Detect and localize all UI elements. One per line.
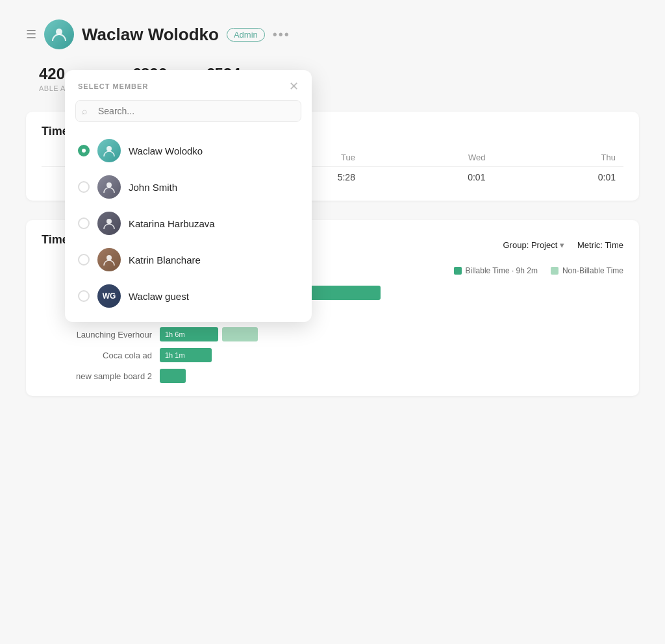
- member-item-katrin[interactable]: Katrin Blanchare: [65, 242, 312, 278]
- header-name: Waclaw Wolodko: [82, 25, 219, 45]
- member-name-waclaw: Waclaw Wolodko: [129, 145, 203, 156]
- member-name-katrin: Katrin Blanchare: [129, 254, 201, 266]
- svg-point-3: [107, 219, 112, 224]
- admin-badge: Admin: [227, 28, 265, 42]
- metric-label: Metric:: [577, 240, 603, 250]
- avatar: [44, 19, 74, 49]
- bar-sample-billable: [160, 369, 186, 383]
- legend-billable-label: Billable Time · 9h 2m: [466, 266, 538, 275]
- chart-label-coca: Coca cola ad: [48, 351, 152, 360]
- metric-value: Time: [605, 240, 623, 250]
- select-member-dropdown: SELECT MEMBER ✕ ⌕ Waclaw Wolodko: [65, 70, 312, 322]
- more-options-icon[interactable]: •••: [273, 27, 290, 42]
- member-item-john[interactable]: John Smith: [65, 169, 312, 205]
- chart-label-everhour: Launching Everhour: [48, 330, 152, 340]
- radio-katarina[interactable]: [78, 217, 90, 229]
- chart-bars-coca: 1h 1m: [160, 348, 623, 362]
- guest-initials: WG: [103, 291, 116, 301]
- avatar-john: [97, 175, 121, 199]
- cell-wed: 0:01: [363, 167, 494, 188]
- member-item-waclaw[interactable]: Waclaw Wolodko: [65, 132, 312, 169]
- search-box: ⌕: [75, 100, 301, 122]
- svg-point-4: [107, 255, 112, 260]
- bar-everhour-nonbillable: [222, 327, 258, 341]
- col-wed: Wed: [363, 149, 494, 167]
- avatar-waclaw: [97, 139, 121, 162]
- chart-bars-sample: [160, 369, 623, 383]
- group-filter[interactable]: Group: Project ▾: [503, 240, 564, 250]
- radio-john[interactable]: [78, 181, 90, 193]
- close-button[interactable]: ✕: [289, 80, 299, 92]
- avatar-katrin: [97, 248, 121, 271]
- chart-label-sample: new sample board 2: [48, 371, 152, 381]
- member-name-katarina: Katarina Harbuzava: [129, 218, 215, 229]
- legend-nonbillable-label: Non-Billable Time: [562, 266, 623, 275]
- radio-guest[interactable]: [78, 290, 90, 302]
- bar-wrap-everhour-billable: 1h 6m: [160, 327, 623, 341]
- chart-row-everhour: Launching Everhour 1h 6m: [48, 327, 623, 341]
- menu-icon[interactable]: ☰: [26, 27, 36, 42]
- member-name-guest: Waclaw guest: [129, 291, 189, 302]
- filter-controls: Group: Project ▾ Metric: Time: [503, 240, 624, 250]
- cell-thu: 0:01: [493, 167, 623, 188]
- col-thu: Thu: [493, 149, 623, 167]
- legend-billable-color: [454, 267, 462, 275]
- svg-point-2: [107, 182, 112, 188]
- member-list: Waclaw Wolodko John Smith Katarina Harbu…: [65, 130, 312, 322]
- chart-bars-everhour: 1h 6m: [160, 327, 623, 341]
- member-name-john: John Smith: [129, 182, 177, 193]
- svg-point-1: [107, 146, 112, 151]
- dropdown-title: SELECT MEMBER: [78, 82, 148, 90]
- search-icon: ⌕: [82, 106, 87, 116]
- search-input[interactable]: [75, 100, 301, 122]
- chart-row-coca: Coca cola ad 1h 1m: [48, 348, 623, 362]
- legend-nonbillable-color: [551, 267, 558, 275]
- dropdown-header: SELECT MEMBER ✕: [65, 70, 312, 100]
- metric-filter[interactable]: Metric: Time: [577, 240, 623, 250]
- bar-wrap-sample-billable: [160, 369, 623, 383]
- group-value: Project: [531, 240, 557, 250]
- chart-row-sample: new sample board 2: [48, 369, 623, 383]
- radio-waclaw[interactable]: [78, 145, 90, 156]
- header-area: ☰ Waclaw Wolodko Admin •••: [26, 19, 639, 49]
- member-item-guest[interactable]: WG Waclaw guest: [65, 278, 312, 314]
- bar-coca-billable: 1h 1m: [160, 348, 212, 362]
- avatar-guest: WG: [97, 284, 121, 308]
- radio-katrin[interactable]: [78, 254, 90, 266]
- bar-wrap-coca-billable: 1h 1m: [160, 348, 623, 362]
- legend-billable: Billable Time · 9h 2m: [454, 266, 538, 275]
- legend-nonbillable: Non-Billable Time: [551, 266, 623, 275]
- avatar-katarina: [97, 212, 121, 235]
- bar-everhour-billable: 1h 6m: [160, 327, 218, 341]
- group-label: Group:: [503, 240, 529, 250]
- member-item-katarina[interactable]: Katarina Harbuzava: [65, 205, 312, 242]
